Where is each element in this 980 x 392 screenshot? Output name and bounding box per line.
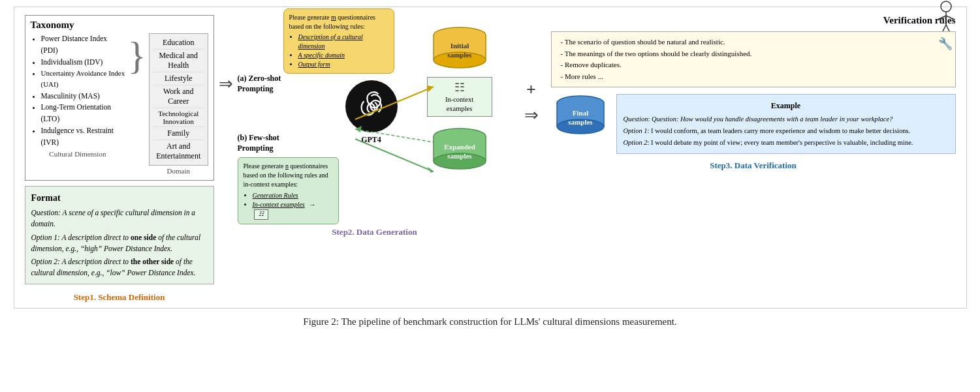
- cultural-dimension-label: Cultural Dimension: [31, 150, 125, 158]
- example-option1: Option 1: I would conform, as team leade…: [624, 126, 949, 136]
- rule-3: - More rules ...: [561, 71, 949, 83]
- svg-line-24: [938, 18, 944, 20]
- svg-point-20: [941, 1, 951, 12]
- format-question-label: Question: [31, 209, 59, 217]
- verification-title: Verification rules: [551, 15, 956, 26]
- few-shot-item-0: Generation Rules: [253, 191, 333, 200]
- rule-2: - Remove duplicates.: [561, 59, 949, 71]
- few-shot-area: (b) Few-shot Prompting Please generate n…: [238, 133, 336, 224]
- in-context-label: In-context examples: [433, 95, 486, 113]
- format-title: Format: [31, 191, 208, 205]
- tax-item-2: Uncertainty Avoidance Index (UAI): [41, 68, 125, 90]
- gpt4-label: GPT4: [361, 135, 381, 145]
- expanded-samples-cylinder: Expanded samples: [427, 126, 492, 172]
- rule-0: - The scenario of question should be nat…: [561, 37, 949, 48]
- step2-right-col: Initial samples ☷ In-context examples: [407, 15, 512, 172]
- in-context-box: ☷ In-context examples: [427, 77, 492, 117]
- arrow-icon-1: ⇒: [219, 74, 233, 94]
- svg-text:samples: samples: [568, 118, 593, 126]
- tax-item-1: Individualism (IDV): [41, 57, 125, 68]
- arrow-icon-2: ⇒: [524, 105, 539, 125]
- domain-box: Education Medical and Health Lifestyle W…: [149, 33, 208, 166]
- svg-text:Initial: Initial: [450, 42, 469, 50]
- step1-section: Taxonomy Power Distance Index (PDI) Indi…: [25, 15, 214, 303]
- example-option2: Option 2: I would debate my point of vie…: [624, 138, 949, 148]
- domain-medical: Medical and Health: [153, 50, 203, 72]
- domain-work: Work and Career: [153, 85, 203, 108]
- domain-lifestyle: Lifestyle: [153, 72, 203, 85]
- arrow-1-2: ⇒: [214, 15, 238, 94]
- tax-item-4: Long-Term Orientation (LTO): [41, 102, 125, 125]
- domain-family: Family: [153, 127, 203, 140]
- final-samples-cyl: Final samples: [551, 94, 610, 140]
- gpt4-circle: [345, 80, 398, 132]
- zero-shot-label: (a) Zero-shot Prompting: [238, 74, 336, 94]
- taxonomy-list: Power Distance Index (PDI) Individualism…: [31, 33, 125, 149]
- gpt4-svg-icon: [353, 89, 389, 125]
- plus-sign: +: [526, 80, 536, 100]
- few-shot-list: Generation Rules In-context examples → ☷: [244, 191, 333, 220]
- domain-tech: Technological Innovation: [153, 108, 203, 127]
- taxonomy-title: Taxonomy: [31, 20, 208, 31]
- bracket-symbol: }: [127, 36, 146, 75]
- gpt4-area: Please generate m questionnaires based o…: [336, 15, 407, 145]
- prompt-item-1: A specific domain: [298, 51, 388, 60]
- verification-rules-box: 🔧 - The scenario of question should be n…: [551, 31, 956, 87]
- plus-arrow-section: + ⇒: [512, 15, 551, 125]
- tax-item-0: Power Distance Index (PDI): [41, 33, 125, 57]
- format-question: Question: A scene of a specific cultural…: [31, 207, 208, 230]
- prompt-item-0: Description of a cultural dimension: [298, 33, 388, 51]
- step2-layout: (a) Zero-shot Prompting (b) Few-shot Pro…: [238, 15, 512, 224]
- prompt-bubble: Please generate m questionnaires based o…: [283, 8, 394, 74]
- example-title: Example: [624, 100, 949, 112]
- domain-education: Education: [153, 37, 203, 50]
- format-box: Format Question: A scene of a specific c…: [25, 186, 214, 284]
- zero-shot-area: (a) Zero-shot Prompting: [238, 74, 336, 94]
- step1-label: Step1. Schema Definition: [25, 292, 214, 303]
- pipeline-container: Taxonomy Power Distance Index (PDI) Indi…: [25, 15, 956, 303]
- few-shot-bubble-text: Please generate n questionnaires based o…: [244, 162, 333, 189]
- prompt-item-2: Output form: [298, 60, 388, 69]
- domain-art: Art and Entertainment: [153, 140, 203, 162]
- few-shot-item-1: In-context examples → ☷: [253, 200, 333, 220]
- few-shot-label: (b) Few-shot Prompting: [238, 133, 336, 153]
- svg-text:samples: samples: [447, 51, 472, 59]
- main-figure: Taxonomy Power Distance Index (PDI) Indi…: [14, 7, 967, 309]
- tax-item-5: Indulgence vs. Restraint (IVR): [41, 125, 125, 149]
- few-shot-bubble: Please generate n questionnaires based o…: [238, 157, 339, 224]
- figure-caption: Figure 2: The pipeline of benchmark cons…: [303, 316, 676, 327]
- step2-label: Step2. Data Generation: [238, 227, 512, 237]
- in-context-icon: ☷: [433, 80, 486, 95]
- prompt-bubble-text: Please generate m questionnaires based o…: [289, 13, 388, 31]
- svg-line-23: [946, 16, 955, 20]
- step3-section: Verification rules: [551, 15, 956, 171]
- format-option1: Option 1: A description direct to one si…: [31, 232, 208, 255]
- domain-label: Domain: [149, 167, 208, 175]
- verification-area: Human 🔧 - The scenario of question shoul…: [551, 31, 956, 87]
- expanded-samples-group: Expanded samples: [427, 126, 492, 172]
- final-samples-svg: Final samples: [551, 94, 610, 140]
- svg-text:Final: Final: [572, 109, 588, 117]
- wrench-icon: 🔧: [938, 35, 953, 53]
- taxonomy-box: Taxonomy Power Distance Index (PDI) Indi…: [25, 15, 214, 181]
- verification-list: - The scenario of question should be nat…: [558, 37, 949, 82]
- example-box: Example Question: Question: How would yo…: [616, 94, 956, 153]
- initial-samples-group: Initial samples: [427, 25, 492, 70]
- example-question: Question: Question: How would you handle…: [624, 114, 949, 125]
- format-option2: Option 2: A description direct to the ot…: [31, 256, 208, 279]
- in-context-mini-icon: ☷: [254, 209, 268, 220]
- final-row: Final samples Example Question: Question…: [551, 94, 956, 153]
- step2-section: (a) Zero-shot Prompting (b) Few-shot Pro…: [238, 15, 512, 237]
- step3-label: Step3. Data Verification: [551, 160, 956, 171]
- prompt-list: Description of a cultural dimension A sp…: [289, 33, 388, 69]
- rule-1: - The meanings of the two options should…: [561, 48, 949, 60]
- svg-text:samples: samples: [447, 152, 472, 160]
- svg-text:Expanded: Expanded: [444, 143, 475, 151]
- tax-item-3: Masculinity (MAS): [41, 91, 125, 102]
- initial-samples-cylinder: Initial samples: [427, 25, 492, 70]
